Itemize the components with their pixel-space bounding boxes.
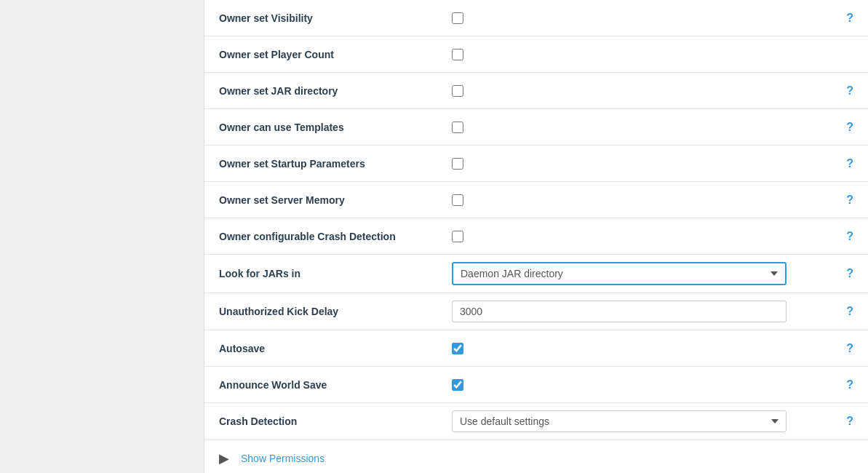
checkbox-autosave[interactable] (452, 343, 463, 354)
label-owner-configurable-crash-detection: Owner configurable Crash Detection (219, 220, 452, 253)
label-look-for-jars-in: Look for JARs in (219, 258, 452, 290)
help-autosave[interactable]: ? (832, 342, 853, 355)
help-crash-detection[interactable]: ? (832, 415, 853, 428)
label-autosave: Autosave (219, 333, 452, 365)
label-owner-can-use-templates: Owner can use Templates (219, 111, 452, 143)
control-owner-set-startup-parameters (452, 151, 832, 177)
checkbox-owner-set-startup-parameters[interactable] (452, 158, 463, 170)
row-owner-set-server-memory: Owner set Server Memory? (204, 182, 868, 218)
control-owner-set-visibility (452, 5, 832, 31)
checkbox-owner-can-use-templates[interactable] (452, 122, 463, 133)
row-crash-detection: Crash DetectionUse default settingsEnabl… (204, 403, 868, 440)
main-content: Owner set Visibility?Owner set Player Co… (204, 0, 868, 473)
row-owner-can-use-templates: Owner can use Templates? (204, 109, 868, 146)
label-crash-detection: Crash Detection (219, 405, 452, 437)
chevron-right-icon[interactable]: ▶ (219, 450, 229, 466)
row-owner-set-jar-directory: Owner set JAR directory? (204, 73, 868, 109)
left-sidebar (0, 0, 204, 473)
checkbox-owner-configurable-crash-detection[interactable] (452, 231, 463, 242)
row-announce-world-save: Announce World Save? (204, 367, 868, 403)
control-owner-set-player-count (452, 41, 832, 68)
checkbox-owner-set-visibility[interactable] (452, 12, 463, 24)
control-look-for-jars-in: Daemon JAR directoryServer directoryBoth (452, 255, 832, 293)
label-unauthorized-kick-delay: Unauthorized Kick Delay (219, 295, 452, 327)
help-owner-configurable-crash-detection[interactable]: ? (832, 230, 853, 243)
row-unauthorized-kick-delay: Unauthorized Kick Delay? (204, 293, 868, 330)
control-announce-world-save (452, 372, 832, 398)
help-owner-set-server-memory[interactable]: ? (832, 194, 853, 207)
row-owner-configurable-crash-detection: Owner configurable Crash Detection? (204, 218, 868, 255)
select-crash-detection[interactable]: Use default settingsEnabledDisabled (452, 410, 787, 432)
help-look-for-jars-in[interactable]: ? (832, 267, 853, 280)
row-autosave: Autosave? (204, 330, 868, 367)
row-owner-set-startup-parameters: Owner set Startup Parameters? (204, 146, 868, 182)
label-owner-set-jar-directory: Owner set JAR directory (219, 75, 452, 107)
page-wrapper: Owner set Visibility?Owner set Player Co… (0, 0, 868, 473)
control-autosave (452, 335, 832, 362)
row-owner-set-player-count: Owner set Player Count (204, 36, 868, 73)
control-owner-configurable-crash-detection (452, 223, 832, 250)
control-owner-can-use-templates (452, 114, 832, 140)
label-owner-set-server-memory: Owner set Server Memory (219, 184, 452, 216)
row-look-for-jars-in: Look for JARs inDaemon JAR directoryServ… (204, 255, 868, 293)
checkbox-owner-set-player-count[interactable] (452, 49, 463, 60)
help-owner-set-visibility[interactable]: ? (832, 12, 853, 25)
select-look-for-jars-in[interactable]: Daemon JAR directoryServer directoryBoth (452, 262, 787, 285)
checkbox-owner-set-jar-directory[interactable] (452, 85, 463, 97)
label-owner-set-visibility: Owner set Visibility (219, 2, 452, 34)
label-owner-set-player-count: Owner set Player Count (219, 39, 452, 71)
settings-rows-container: Owner set Visibility?Owner set Player Co… (204, 0, 868, 440)
control-crash-detection: Use default settingsEnabledDisabled (452, 403, 832, 440)
checkbox-owner-set-server-memory[interactable] (452, 194, 463, 206)
row-owner-set-visibility: Owner set Visibility? (204, 0, 868, 36)
input-unauthorized-kick-delay[interactable] (452, 301, 787, 322)
label-announce-world-save: Announce World Save (219, 369, 452, 401)
help-owner-set-startup-parameters[interactable]: ? (832, 157, 853, 170)
show-permissions-link[interactable]: Show Permissions (241, 453, 324, 464)
checkbox-announce-world-save[interactable] (452, 379, 463, 391)
control-owner-set-server-memory (452, 187, 832, 213)
help-announce-world-save[interactable]: ? (832, 378, 853, 391)
control-owner-set-jar-directory (452, 78, 832, 104)
help-owner-can-use-templates[interactable]: ? (832, 121, 853, 134)
help-owner-set-jar-directory[interactable]: ? (832, 84, 853, 98)
control-unauthorized-kick-delay (452, 293, 832, 330)
label-owner-set-startup-parameters: Owner set Startup Parameters (219, 148, 452, 180)
help-unauthorized-kick-delay[interactable]: ? (832, 305, 853, 318)
show-permissions-row: ▶ Show Permissions (204, 440, 868, 473)
